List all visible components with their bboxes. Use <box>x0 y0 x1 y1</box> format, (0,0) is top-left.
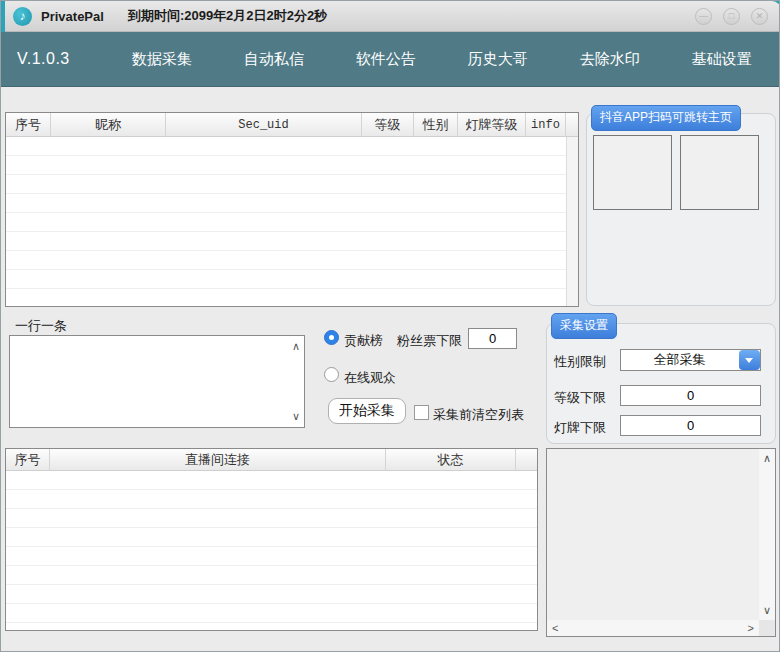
col-room-status: 状态 <box>386 449 516 470</box>
fans-ticket-floor-label: 粉丝票下限 <box>397 332 462 350</box>
header-spacer <box>566 113 578 136</box>
rooms-table-header: 序号 直播间连接 状态 <box>6 449 537 471</box>
level-floor-input[interactable] <box>620 385 761 406</box>
gender-limit-label: 性别限制 <box>554 353 606 371</box>
scroll-down-icon[interactable]: ∨ <box>292 411 300 422</box>
col-room-index: 序号 <box>6 449 50 470</box>
users-table-header: 序号 昵称 Sec_uid 等级 性别 灯牌等级 info <box>6 113 578 137</box>
log-vertical-scrollbar[interactable]: ∧ ∨ <box>759 449 775 620</box>
close-button[interactable]: ✕ <box>751 8 768 25</box>
qr-code-box-left <box>593 135 672 210</box>
minimize-button[interactable]: — <box>695 8 712 25</box>
tab-data-collect[interactable]: 数据采集 <box>106 36 218 83</box>
col-level: 等级 <box>362 113 414 136</box>
lamp-floor-label: 灯牌下限 <box>554 419 606 437</box>
rooms-table-body <box>6 471 537 630</box>
qr-panel <box>586 113 776 306</box>
start-collect-button[interactable]: 开始采集 <box>328 398 406 424</box>
title-bar-surface: ♪ PrivatePal 到期时间:2099年2月2日2时2分2秒 — □ ✕ <box>5 1 780 32</box>
gender-limit-value: 全部采集 <box>621 350 738 370</box>
window-controls: — □ ✕ <box>695 8 768 25</box>
scroll-up-icon[interactable]: ∧ <box>763 453 771 464</box>
lines-input-textarea[interactable] <box>10 336 288 427</box>
qr-code-box-right <box>680 135 759 210</box>
level-floor-label: 等级下限 <box>554 389 606 407</box>
title-bar: ♪ PrivatePal 到期时间:2099年2月2日2时2分2秒 — □ ✕ <box>1 1 780 32</box>
col-index: 序号 <box>6 113 51 136</box>
nav-bar: V.1.0.3 数据采集 自动私信 软件公告 历史大哥 去除水印 基础设置 <box>1 32 780 87</box>
maximize-button[interactable]: □ <box>723 8 740 25</box>
app-logo-icon: ♪ <box>13 7 32 26</box>
header-spacer <box>516 449 537 470</box>
expiry-time-text: 到期时间:2099年2月2日2时2分2秒 <box>128 7 327 25</box>
lines-input-box: ∧ ∨ <box>9 335 305 428</box>
tab-announcement[interactable]: 软件公告 <box>330 36 442 83</box>
col-lamp-level: 灯牌等级 <box>458 113 526 136</box>
contribution-rank-label: 贡献榜 <box>344 332 383 350</box>
qr-panel-title-badge: 抖音APP扫码可跳转主页 <box>591 105 741 131</box>
online-viewers-label: 在线观众 <box>344 369 396 387</box>
scrollbar-corner <box>759 620 775 636</box>
scroll-right-icon[interactable]: > <box>748 623 754 634</box>
scroll-left-icon[interactable]: < <box>552 623 558 634</box>
gender-limit-select[interactable]: 全部采集 <box>620 349 761 371</box>
col-room-link: 直播间连接 <box>50 449 386 470</box>
chevron-down-icon[interactable] <box>739 350 760 370</box>
contribution-rank-radio[interactable] <box>324 330 339 345</box>
users-table-scrollbar[interactable] <box>566 137 578 306</box>
clear-before-collect-checkbox[interactable] <box>414 405 429 420</box>
nav-tabs: 数据采集 自动私信 软件公告 历史大哥 去除水印 基础设置 <box>106 36 778 83</box>
tab-history-bigbro[interactable]: 历史大哥 <box>442 36 554 83</box>
app-window: ♪ PrivatePal 到期时间:2099年2月2日2时2分2秒 — □ ✕ … <box>0 0 780 652</box>
tab-auto-message[interactable]: 自动私信 <box>218 36 330 83</box>
log-panel: ∧ ∨ < > <box>546 448 776 637</box>
fans-ticket-floor-input[interactable] <box>468 328 517 349</box>
users-table-body <box>6 137 566 306</box>
version-label: V.1.0.3 <box>17 50 70 68</box>
app-name: PrivatePal <box>41 9 104 24</box>
scroll-up-icon[interactable]: ∧ <box>292 341 300 352</box>
collect-settings-title-badge: 采集设置 <box>551 313 617 339</box>
col-info: info <box>526 113 566 136</box>
log-horizontal-scrollbar[interactable]: < > <box>547 620 759 636</box>
col-gender: 性别 <box>414 113 458 136</box>
lamp-floor-input[interactable] <box>620 415 761 436</box>
online-viewers-radio[interactable] <box>324 367 339 382</box>
col-sec-uid: Sec_uid <box>166 113 362 136</box>
tab-basic-settings[interactable]: 基础设置 <box>666 36 778 83</box>
col-nickname: 昵称 <box>51 113 166 136</box>
scroll-down-icon[interactable]: ∨ <box>763 605 771 616</box>
rooms-table: 序号 直播间连接 状态 <box>5 448 538 631</box>
clear-before-collect-label: 采集前清空列表 <box>433 406 524 424</box>
users-table: 序号 昵称 Sec_uid 等级 性别 灯牌等级 info <box>5 112 579 307</box>
lines-input-label: 一行一条 <box>15 317 67 335</box>
tab-remove-watermark[interactable]: 去除水印 <box>554 36 666 83</box>
